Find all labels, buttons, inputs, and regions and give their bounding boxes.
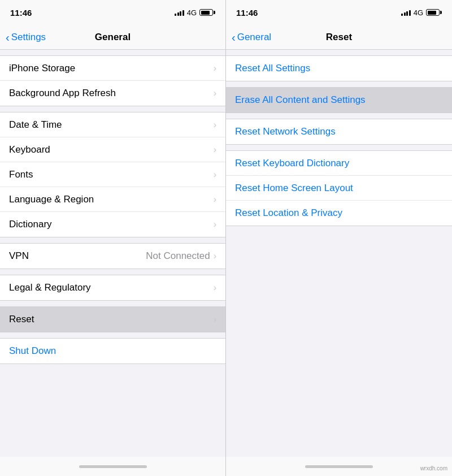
list-item-reset-home-screen[interactable]: Reset Home Screen Layout — [226, 176, 452, 201]
fonts-chevron-icon: › — [214, 170, 216, 180]
right-battery-icon — [426, 9, 442, 16]
legal-regulatory-label: Legal & Regulatory — [9, 282, 214, 293]
reset-all-settings-label: Reset All Settings — [235, 63, 443, 74]
language-region-label: Language & Region — [9, 194, 214, 205]
reset-location-privacy-label: Reset Location & Privacy — [235, 207, 443, 219]
left-back-button[interactable]: ‹ Settings — [6, 32, 46, 43]
list-item-dictionary[interactable]: Dictionary › — [0, 212, 225, 237]
keyboard-chevron-icon: › — [214, 145, 216, 155]
left-home-indicator — [0, 457, 225, 476]
watermark-label: wrxdh.com — [420, 465, 447, 471]
list-item-background-refresh[interactable]: Background App Refresh › — [0, 81, 225, 106]
left-section-vpn: VPN Not Connected › — [0, 243, 225, 269]
list-item-reset[interactable]: Reset › — [0, 307, 225, 332]
list-item-iphone-storage[interactable]: iPhone Storage › — [0, 56, 225, 81]
right-nav-title: Reset — [326, 32, 352, 43]
right-status-icons: 4G — [401, 8, 442, 17]
left-section-storage: iPhone Storage › Background App Refresh … — [0, 55, 225, 106]
dictionary-chevron-icon: › — [214, 219, 216, 230]
left-section-shutdown: Shut Down — [0, 338, 225, 364]
date-time-label: Date & Time — [9, 119, 214, 131]
right-section-reset-all: Reset All Settings — [226, 55, 452, 81]
left-nav-bar: ‹ Settings General — [0, 25, 225, 50]
reset-label: Reset — [9, 314, 214, 325]
right-back-label: General — [237, 32, 271, 43]
vpn-chevron-icon: › — [214, 251, 216, 261]
background-refresh-chevron-icon: › — [214, 88, 216, 98]
left-nav-title: General — [95, 32, 131, 43]
left-back-label: Settings — [11, 32, 46, 43]
fonts-label: Fonts — [9, 169, 214, 180]
list-item-date-time[interactable]: Date & Time › — [0, 112, 225, 137]
left-network-label: 4G — [187, 8, 197, 17]
left-home-bar — [79, 465, 147, 468]
right-signal-icon — [401, 9, 411, 16]
left-panel: 11:46 4G ‹ Settings General iPhone St — [0, 0, 226, 476]
left-battery-icon — [199, 9, 215, 16]
left-section-legal: Legal & Regulatory › — [0, 275, 225, 301]
left-status-icons: 4G — [175, 8, 215, 17]
list-item-fonts[interactable]: Fonts › — [0, 162, 225, 187]
right-settings-body: Reset All Settings Erase All Content and… — [226, 50, 452, 457]
list-item-reset-all-settings[interactable]: Reset All Settings — [226, 56, 452, 81]
list-item-reset-keyboard-dict[interactable]: Reset Keyboard Dictionary — [226, 151, 452, 176]
iphone-storage-chevron-icon: › — [214, 63, 216, 73]
list-item-erase-all[interactable]: Erase All Content and Settings — [226, 88, 452, 112]
right-section-network: Reset Network Settings — [226, 119, 452, 145]
left-section-reset: Reset › — [0, 306, 225, 332]
reset-home-screen-label: Reset Home Screen Layout — [235, 183, 443, 194]
right-panel: 11:46 4G ‹ General Reset Reset All Se — [226, 0, 452, 476]
right-home-indicator — [226, 457, 452, 476]
left-status-bar: 11:46 4G — [0, 0, 225, 25]
reset-network-label: Reset Network Settings — [235, 126, 443, 137]
left-signal-icon — [175, 9, 184, 16]
keyboard-label: Keyboard — [9, 144, 214, 155]
list-item-vpn[interactable]: VPN Not Connected › — [0, 244, 225, 269]
dictionary-label: Dictionary — [9, 219, 214, 230]
list-item-language-region[interactable]: Language & Region › — [0, 187, 225, 212]
language-region-chevron-icon: › — [214, 194, 216, 205]
left-back-chevron-icon: ‹ — [6, 32, 10, 43]
list-item-reset-location-privacy[interactable]: Reset Location & Privacy — [226, 201, 452, 226]
background-refresh-label: Background App Refresh — [9, 88, 214, 99]
reset-chevron-icon: › — [214, 314, 216, 324]
erase-all-label: Erase All Content and Settings — [235, 94, 443, 106]
right-back-button[interactable]: ‹ General — [232, 32, 271, 43]
date-time-chevron-icon: › — [214, 120, 216, 130]
list-item-keyboard[interactable]: Keyboard › — [0, 137, 225, 162]
shut-down-label: Shut Down — [9, 345, 216, 357]
right-home-bar — [305, 465, 373, 468]
right-back-chevron-icon: ‹ — [232, 32, 236, 43]
iphone-storage-label: iPhone Storage — [9, 63, 214, 74]
list-item-reset-network[interactable]: Reset Network Settings — [226, 119, 452, 144]
right-network-label: 4G — [414, 8, 423, 17]
vpn-label: VPN — [9, 250, 146, 262]
reset-keyboard-dict-label: Reset Keyboard Dictionary — [235, 158, 443, 169]
left-status-time: 11:46 — [10, 8, 32, 18]
list-item-legal-regulatory[interactable]: Legal & Regulatory › — [0, 275, 225, 300]
right-section-keyboard-location: Reset Keyboard Dictionary Reset Home Scr… — [226, 150, 452, 226]
legal-regulatory-chevron-icon: › — [214, 283, 216, 293]
right-nav-bar: ‹ General Reset — [226, 25, 452, 50]
list-item-shut-down[interactable]: Shut Down — [0, 339, 225, 364]
right-status-bar: 11:46 4G — [226, 0, 452, 25]
left-settings-body: iPhone Storage › Background App Refresh … — [0, 50, 225, 457]
left-section-date: Date & Time › Keyboard › Fonts › Languag… — [0, 112, 225, 237]
right-section-erase: Erase All Content and Settings — [226, 87, 452, 113]
vpn-value: Not Connected — [146, 250, 210, 262]
right-status-time: 11:46 — [236, 8, 258, 18]
